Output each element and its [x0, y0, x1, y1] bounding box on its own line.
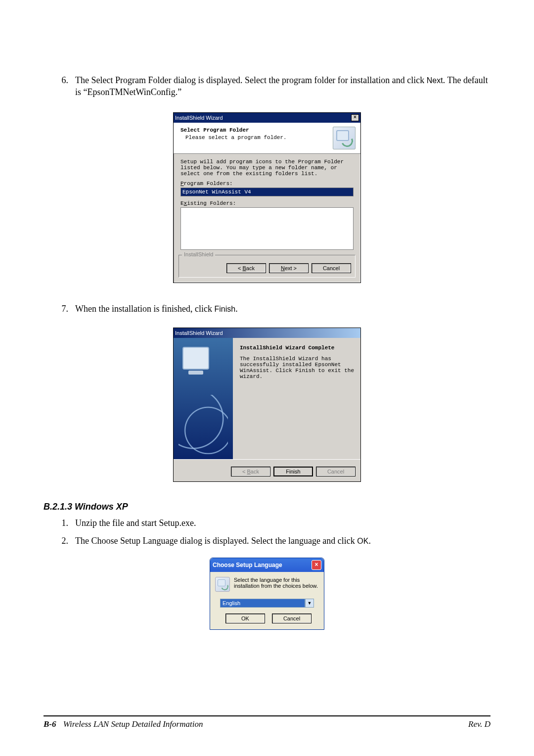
- step7-finish-label: Finish: [214, 305, 235, 313]
- step6-text-a: The Select Program Folder dialog is disp…: [75, 75, 427, 85]
- cancel-button[interactable]: Cancel: [272, 614, 312, 623]
- dialog1-heading: Select Program Folder: [180, 127, 287, 134]
- step6-text: The Select Program Folder dialog is disp…: [75, 74, 490, 98]
- setup-icon: [215, 577, 230, 592]
- dialog3-title: Choose Setup Language: [213, 562, 282, 568]
- dialog1-body: Setup will add program icons to the Prog…: [174, 154, 360, 252]
- existing-folders-label: Existing Folders:: [180, 200, 354, 206]
- back-button: < Back: [231, 467, 270, 476]
- dialog2-heading: InstallShield Wizard Complete: [240, 345, 355, 351]
- footer-page: B-6: [44, 719, 56, 729]
- language-selected: English: [220, 599, 305, 608]
- finish-button[interactable]: Finish: [273, 467, 313, 476]
- wizard-complete-dialog: InstallShield Wizard InstallShield Wizar…: [173, 328, 361, 482]
- xp-step1-text: Unzip the file and start Setup.exe.: [75, 517, 490, 529]
- footer-title: Wireless LAN Setup Detailed Information: [63, 719, 203, 729]
- xp-step2-text-a: The Choose Setup Language dialog is disp…: [75, 536, 357, 546]
- step7-text-b: .: [235, 304, 238, 314]
- dialog1-subheading: Please select a program folder.: [180, 134, 287, 142]
- step6-next-label: Next: [427, 76, 443, 85]
- close-icon[interactable]: ×: [351, 114, 359, 121]
- step7-text: When the installation is finished, click…: [75, 303, 490, 315]
- list-number: 2.: [52, 535, 75, 547]
- cancel-button[interactable]: Cancel: [312, 263, 351, 273]
- xp-step2-ok-label: OK: [357, 537, 368, 545]
- select-program-folder-dialog: InstallShield Wizard × Select Program Fo…: [173, 112, 361, 283]
- dialog1-title: InstallShield Wizard: [175, 115, 223, 121]
- chevron-down-icon[interactable]: ▼: [305, 599, 314, 608]
- next-button[interactable]: Next >: [269, 263, 309, 273]
- section-heading: B.2.1.3 Windows XP: [44, 502, 490, 512]
- wizard-side-art: [174, 338, 233, 459]
- dialog3-instruction: Select the language for this installatio…: [234, 577, 319, 589]
- dialog1-brand: InstallShield: [182, 251, 215, 257]
- dialog1-titlebar[interactable]: InstallShield Wizard ×: [174, 113, 360, 123]
- back-button[interactable]: < Back: [226, 263, 266, 273]
- dialog3-titlebar[interactable]: Choose Setup Language ×: [210, 558, 324, 572]
- dialog2-title: InstallShield Wizard: [175, 330, 223, 336]
- xp-step2-text-b: .: [368, 536, 371, 546]
- list-number: 7.: [52, 303, 75, 315]
- close-icon[interactable]: ×: [312, 560, 321, 570]
- xp-step2-text: The Choose Setup Language dialog is disp…: [75, 535, 490, 547]
- list-number: 6.: [52, 74, 75, 98]
- installer-icon: [333, 127, 356, 149]
- dialog1-desc: Setup will add program icons to the Prog…: [180, 159, 354, 177]
- dialog1-header: Select Program Folder Please select a pr…: [174, 123, 360, 154]
- program-folders-input[interactable]: EpsonNet WinAssist V4: [180, 188, 354, 196]
- list-number: 1.: [52, 517, 75, 529]
- dialog2-body-text: The InstallShield Wizard has successfull…: [240, 356, 355, 379]
- footer-rev: Rev. D: [468, 719, 490, 729]
- page-footer: B-6 Wireless LAN Setup Detailed Informat…: [44, 715, 490, 729]
- choose-language-dialog: Choose Setup Language × Select the langu…: [210, 558, 324, 630]
- dialog2-titlebar[interactable]: InstallShield Wizard: [174, 328, 360, 338]
- step7-text-a: When the installation is finished, click: [75, 304, 214, 314]
- cancel-button: Cancel: [316, 467, 356, 476]
- program-folders-label: Program Folders:: [180, 181, 354, 187]
- ok-button[interactable]: OK: [225, 614, 265, 623]
- language-dropdown[interactable]: English ▼: [220, 599, 314, 608]
- existing-folders-listbox[interactable]: [180, 207, 354, 250]
